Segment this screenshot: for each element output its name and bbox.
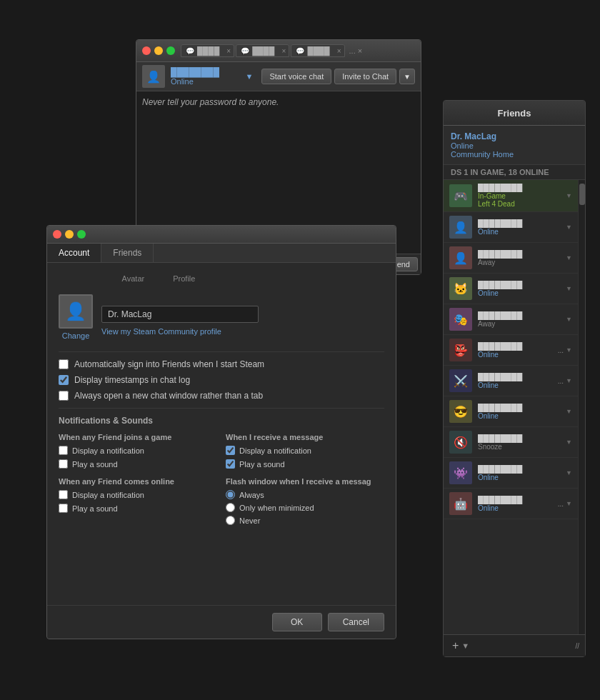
list-item[interactable]: 🔇 ████████ Snooze ▼ xyxy=(444,427,578,458)
avatar: 👤 xyxy=(449,216,472,239)
settings-minimize-button[interactable] xyxy=(65,230,74,239)
flash-always-label: Always xyxy=(239,491,264,499)
settings-content: Avatar Profile 👤 Change View my Steam Co… xyxy=(47,263,396,605)
resize-handle-icon: // xyxy=(575,642,579,650)
list-item[interactable]: 🎮 ████████ In-Game Left 4 Dead ▼ xyxy=(444,180,578,212)
friends-scrollbar[interactable] xyxy=(578,180,585,634)
avatar: 🐱 xyxy=(449,277,472,300)
change-avatar-link[interactable]: Change xyxy=(62,331,90,340)
list-item[interactable]: 👤 ████████ Away ▼ xyxy=(444,243,578,274)
ok-button[interactable]: OK xyxy=(272,613,322,631)
settings-tabs: Account Friends xyxy=(47,244,396,263)
friend-name: ████████ xyxy=(478,219,564,228)
list-item[interactable]: 😎 ████████ Online ▼ xyxy=(444,396,578,427)
new-window-row: Always open a new chat window rather tha… xyxy=(59,391,384,401)
flash-never-radio[interactable] xyxy=(226,516,235,525)
chevron-down-icon: ▼ xyxy=(566,254,572,261)
window-close-button[interactable] xyxy=(142,46,151,55)
close-icon[interactable]: × xyxy=(337,47,341,55)
timestamps-checkbox[interactable] xyxy=(59,375,69,385)
chevron-down-icon: ▼ xyxy=(566,316,572,323)
invite-chat-button[interactable]: Invite to Chat xyxy=(334,69,396,84)
scrollbar-thumb[interactable] xyxy=(579,184,585,205)
flash-minimized-row: Only when minimized xyxy=(226,503,384,512)
friends-user-status: Online xyxy=(451,141,578,150)
window-controls xyxy=(53,230,86,239)
friends-title: Friends xyxy=(498,108,531,119)
chevron-down-icon: ▼ xyxy=(566,224,572,231)
receive-message-notification-checkbox[interactable] xyxy=(226,446,235,455)
friend-online-notif-label: Display a notification xyxy=(72,491,144,499)
notifications-header: Notifications & Sounds xyxy=(59,416,384,426)
friend-joins-sound-checkbox[interactable] xyxy=(59,459,68,469)
settings-titlebar xyxy=(47,226,396,244)
list-item[interactable]: 👺 ████████ Online ▼ ... xyxy=(444,335,578,366)
receive-message-sound-checkbox[interactable] xyxy=(226,459,235,469)
settings-window: Account Friends Avatar Profile 👤 Change … xyxy=(46,225,396,639)
friend-online-notification-checkbox[interactable] xyxy=(59,490,68,499)
chat-message: Never tell your password to anyone. xyxy=(142,97,415,107)
chat-tab-3[interactable]: 💬 ████ × xyxy=(291,44,344,57)
friend-name: ████████ xyxy=(478,281,564,289)
chat-icon: 💬 xyxy=(186,47,194,55)
list-item[interactable]: 🎭 ████████ Away ▼ xyxy=(444,304,578,335)
flash-always-radio[interactable] xyxy=(226,490,235,499)
flash-minimized-radio[interactable] xyxy=(226,503,235,512)
friends-footer-arrow[interactable]: ▼ xyxy=(461,641,469,650)
friends-community-link[interactable]: Community Home xyxy=(451,150,578,159)
chat-toolbar: 👤 ████████ Online ▼ Start voice chat Inv… xyxy=(136,62,421,91)
close-icon[interactable]: × xyxy=(282,47,286,55)
chat-user-name: ████████ xyxy=(171,67,240,77)
chevron-down-icon: ▼ xyxy=(566,469,572,476)
more-tabs-button[interactable]: ... × xyxy=(346,44,366,57)
tab-friends[interactable]: Friends xyxy=(101,244,154,262)
avatar: 👤 xyxy=(59,294,93,329)
auto-sign-checkbox[interactable] xyxy=(59,359,69,369)
tab-account[interactable]: Account xyxy=(47,244,101,262)
friends-footer: + ▼ // xyxy=(444,634,585,656)
list-item[interactable]: 👤 ████████ Online ▼ xyxy=(444,212,578,243)
view-profile-link[interactable]: View my Steam Community profile xyxy=(101,327,259,336)
settings-close-button[interactable] xyxy=(53,230,61,239)
dropdown-icon[interactable]: ▼ xyxy=(246,72,254,81)
friend-status: Online xyxy=(478,412,564,420)
friend-online-sound-checkbox[interactable] xyxy=(59,504,68,513)
chat-tabs: 💬 ████ × 💬 ████ × 💬 ████ × ... × xyxy=(181,44,415,57)
profile-name-input[interactable] xyxy=(101,306,259,323)
timestamps-label: Display timestamps in chat log xyxy=(74,375,190,385)
avatar: ⚔️ xyxy=(449,369,472,392)
new-window-checkbox[interactable] xyxy=(59,391,69,401)
list-item[interactable]: 🤖 ████████ Online ▼ ... xyxy=(444,489,578,519)
avatar: 👺 xyxy=(449,339,472,361)
friend-name: ████████ xyxy=(478,465,564,474)
flash-window-header: Flash window when I receive a messag xyxy=(226,477,384,486)
avatar-section: Avatar Profile 👤 Change View my Steam Co… xyxy=(59,274,259,340)
close-icon[interactable]: × xyxy=(226,47,231,55)
cancel-button[interactable]: Cancel xyxy=(328,613,384,631)
friend-joins-notification-checkbox[interactable] xyxy=(59,446,68,455)
timestamps-row: Display timestamps in chat log xyxy=(59,375,384,385)
list-item[interactable]: 🐱 ████████ Online ▼ xyxy=(444,274,578,304)
flash-never-label: Never xyxy=(239,516,260,525)
flash-never-row: Never xyxy=(226,516,384,525)
chat-user-info: ████████ Online xyxy=(171,67,240,86)
chevron-down-icon: ▼ xyxy=(566,500,572,507)
settings-footer: OK Cancel xyxy=(47,605,396,639)
friend-status: Snooze xyxy=(478,443,564,451)
friends-header: Friends xyxy=(444,101,585,126)
friend-name: ████████ xyxy=(478,342,564,351)
list-item[interactable]: 👾 ████████ Online ▼ xyxy=(444,458,578,489)
friend-name: ████████ xyxy=(478,434,564,443)
window-minimize-button[interactable] xyxy=(154,46,163,55)
window-maximize-button[interactable] xyxy=(166,46,175,55)
chat-tab-label: ████ xyxy=(197,46,219,55)
chat-tab-1[interactable]: 💬 ████ × xyxy=(181,44,234,57)
settings-maximize-button[interactable] xyxy=(77,230,86,239)
chevron-down-icon: ▼ xyxy=(566,439,572,446)
chat-tab-2[interactable]: 💬 ████ × xyxy=(236,44,289,57)
invite-dropdown-button[interactable]: ▼ xyxy=(399,69,415,84)
list-item[interactable]: ⚔️ ████████ Online ▼ ... xyxy=(444,366,578,396)
add-friend-button[interactable]: + xyxy=(449,639,461,652)
notif-col-right: When I receive a message Display a notif… xyxy=(226,433,384,529)
voice-chat-button[interactable]: Start voice chat xyxy=(261,69,331,84)
